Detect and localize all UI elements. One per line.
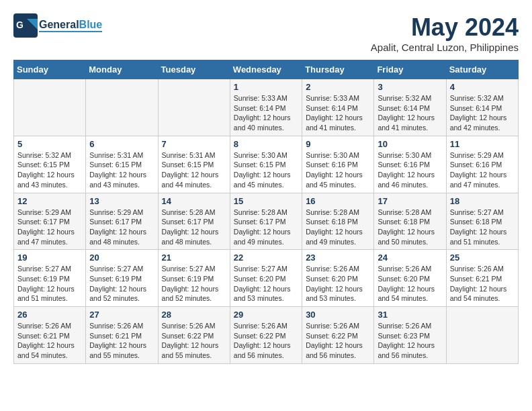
day-info: Sunrise: 5:26 AM Sunset: 6:22 PM Dayligh… bbox=[306, 321, 370, 361]
calendar-cell: 2Sunrise: 5:33 AM Sunset: 6:14 PM Daylig… bbox=[302, 79, 374, 136]
calendar-cell: 4Sunrise: 5:32 AM Sunset: 6:14 PM Daylig… bbox=[446, 79, 518, 136]
day-info: Sunrise: 5:31 AM Sunset: 6:15 PM Dayligh… bbox=[162, 150, 226, 190]
calendar-cell: 30Sunrise: 5:26 AM Sunset: 6:22 PM Dayli… bbox=[302, 307, 374, 364]
calendar-cell: 25Sunrise: 5:26 AM Sunset: 6:21 PM Dayli… bbox=[446, 250, 518, 307]
calendar-cell: 7Sunrise: 5:31 AM Sunset: 6:15 PM Daylig… bbox=[158, 136, 230, 193]
weekday-header-tuesday: Tuesday bbox=[158, 60, 230, 79]
day-number: 11 bbox=[450, 139, 515, 149]
calendar-cell: 11Sunrise: 5:29 AM Sunset: 6:16 PM Dayli… bbox=[446, 136, 518, 193]
day-number: 29 bbox=[234, 310, 298, 320]
calendar-cell: 3Sunrise: 5:32 AM Sunset: 6:14 PM Daylig… bbox=[374, 79, 446, 136]
month-title: May 2024 bbox=[371, 13, 519, 42]
calendar-cell: 15Sunrise: 5:28 AM Sunset: 6:17 PM Dayli… bbox=[230, 193, 302, 250]
calendar-cell: 31Sunrise: 5:26 AM Sunset: 6:23 PM Dayli… bbox=[374, 307, 446, 364]
day-info: Sunrise: 5:26 AM Sunset: 6:23 PM Dayligh… bbox=[378, 321, 442, 361]
weekday-header-monday: Monday bbox=[86, 60, 158, 79]
calendar-cell: 29Sunrise: 5:26 AM Sunset: 6:22 PM Dayli… bbox=[230, 307, 302, 364]
day-number: 23 bbox=[306, 253, 370, 263]
day-info: Sunrise: 5:32 AM Sunset: 6:14 PM Dayligh… bbox=[378, 93, 442, 133]
calendar-cell: 27Sunrise: 5:26 AM Sunset: 6:21 PM Dayli… bbox=[86, 307, 158, 364]
weekday-header-friday: Friday bbox=[374, 60, 446, 79]
day-number: 20 bbox=[89, 253, 154, 263]
day-number: 7 bbox=[162, 139, 226, 149]
day-number: 5 bbox=[17, 139, 82, 149]
week-row-5: 26Sunrise: 5:26 AM Sunset: 6:21 PM Dayli… bbox=[14, 307, 519, 364]
day-number: 15 bbox=[234, 196, 298, 206]
calendar-cell: 21Sunrise: 5:27 AM Sunset: 6:19 PM Dayli… bbox=[158, 250, 230, 307]
day-number: 2 bbox=[306, 82, 370, 92]
day-info: Sunrise: 5:26 AM Sunset: 6:20 PM Dayligh… bbox=[378, 264, 442, 304]
day-info: Sunrise: 5:32 AM Sunset: 6:14 PM Dayligh… bbox=[450, 93, 515, 133]
day-number: 19 bbox=[17, 253, 82, 263]
day-number: 22 bbox=[234, 253, 298, 263]
calendar-cell: 20Sunrise: 5:27 AM Sunset: 6:19 PM Dayli… bbox=[86, 250, 158, 307]
title-block: May 2024 Apalit, Central Luzon, Philippi… bbox=[371, 13, 519, 53]
day-number: 13 bbox=[89, 196, 154, 206]
day-info: Sunrise: 5:27 AM Sunset: 6:19 PM Dayligh… bbox=[17, 264, 82, 304]
calendar-cell: 16Sunrise: 5:28 AM Sunset: 6:18 PM Dayli… bbox=[302, 193, 374, 250]
weekday-header-sunday: Sunday bbox=[14, 60, 86, 79]
day-info: Sunrise: 5:29 AM Sunset: 6:17 PM Dayligh… bbox=[89, 208, 154, 247]
day-number: 27 bbox=[89, 310, 154, 320]
calendar-cell bbox=[446, 307, 518, 364]
day-info: Sunrise: 5:27 AM Sunset: 6:19 PM Dayligh… bbox=[89, 264, 154, 304]
calendar-cell: 10Sunrise: 5:30 AM Sunset: 6:16 PM Dayli… bbox=[374, 136, 446, 193]
day-number: 24 bbox=[378, 253, 442, 263]
calendar-cell: 1Sunrise: 5:33 AM Sunset: 6:14 PM Daylig… bbox=[230, 79, 302, 136]
calendar-cell: 18Sunrise: 5:27 AM Sunset: 6:18 PM Dayli… bbox=[446, 193, 518, 250]
calendar-cell bbox=[158, 79, 230, 136]
calendar-cell: 6Sunrise: 5:31 AM Sunset: 6:15 PM Daylig… bbox=[86, 136, 158, 193]
day-info: Sunrise: 5:33 AM Sunset: 6:14 PM Dayligh… bbox=[234, 93, 298, 133]
day-info: Sunrise: 5:28 AM Sunset: 6:18 PM Dayligh… bbox=[306, 208, 370, 247]
calendar-cell: 13Sunrise: 5:29 AM Sunset: 6:17 PM Dayli… bbox=[86, 193, 158, 250]
day-number: 18 bbox=[450, 196, 515, 206]
calendar-cell: 24Sunrise: 5:26 AM Sunset: 6:20 PM Dayli… bbox=[374, 250, 446, 307]
logo: G GeneralBlue bbox=[13, 13, 102, 38]
day-info: Sunrise: 5:30 AM Sunset: 6:16 PM Dayligh… bbox=[306, 150, 370, 190]
calendar-table: SundayMondayTuesdayWednesdayThursdayFrid… bbox=[13, 60, 519, 364]
day-info: Sunrise: 5:27 AM Sunset: 6:19 PM Dayligh… bbox=[162, 264, 226, 304]
location: Apalit, Central Luzon, Philippines bbox=[371, 42, 519, 53]
calendar-cell: 12Sunrise: 5:29 AM Sunset: 6:17 PM Dayli… bbox=[14, 193, 86, 250]
day-info: Sunrise: 5:27 AM Sunset: 6:20 PM Dayligh… bbox=[234, 264, 298, 304]
week-row-2: 5Sunrise: 5:32 AM Sunset: 6:15 PM Daylig… bbox=[14, 136, 519, 193]
day-info: Sunrise: 5:28 AM Sunset: 6:18 PM Dayligh… bbox=[378, 208, 442, 247]
day-number: 14 bbox=[162, 196, 226, 206]
calendar-cell: 14Sunrise: 5:28 AM Sunset: 6:17 PM Dayli… bbox=[158, 193, 230, 250]
calendar-cell: 5Sunrise: 5:32 AM Sunset: 6:15 PM Daylig… bbox=[14, 136, 86, 193]
day-number: 30 bbox=[306, 310, 370, 320]
day-info: Sunrise: 5:30 AM Sunset: 6:15 PM Dayligh… bbox=[234, 150, 298, 190]
day-info: Sunrise: 5:31 AM Sunset: 6:15 PM Dayligh… bbox=[89, 150, 154, 190]
day-number: 9 bbox=[306, 139, 370, 149]
day-number: 12 bbox=[17, 196, 82, 206]
weekday-header-thursday: Thursday bbox=[302, 60, 374, 79]
day-info: Sunrise: 5:32 AM Sunset: 6:15 PM Dayligh… bbox=[17, 150, 82, 190]
day-info: Sunrise: 5:29 AM Sunset: 6:17 PM Dayligh… bbox=[17, 208, 82, 247]
calendar-cell bbox=[86, 79, 158, 136]
weekday-header-saturday: Saturday bbox=[446, 60, 518, 79]
calendar-cell: 26Sunrise: 5:26 AM Sunset: 6:21 PM Dayli… bbox=[14, 307, 86, 364]
calendar-cell: 22Sunrise: 5:27 AM Sunset: 6:20 PM Dayli… bbox=[230, 250, 302, 307]
day-info: Sunrise: 5:29 AM Sunset: 6:16 PM Dayligh… bbox=[450, 150, 515, 190]
week-row-3: 12Sunrise: 5:29 AM Sunset: 6:17 PM Dayli… bbox=[14, 193, 519, 250]
calendar-cell: 28Sunrise: 5:26 AM Sunset: 6:22 PM Dayli… bbox=[158, 307, 230, 364]
calendar-cell: 23Sunrise: 5:26 AM Sunset: 6:20 PM Dayli… bbox=[302, 250, 374, 307]
day-number: 6 bbox=[89, 139, 154, 149]
day-number: 31 bbox=[378, 310, 442, 320]
calendar-cell: 9Sunrise: 5:30 AM Sunset: 6:16 PM Daylig… bbox=[302, 136, 374, 193]
day-number: 21 bbox=[162, 253, 226, 263]
day-number: 25 bbox=[450, 253, 515, 263]
day-info: Sunrise: 5:26 AM Sunset: 6:21 PM Dayligh… bbox=[17, 321, 82, 361]
day-number: 10 bbox=[378, 139, 442, 149]
day-number: 4 bbox=[450, 82, 515, 92]
day-number: 16 bbox=[306, 196, 370, 206]
day-info: Sunrise: 5:28 AM Sunset: 6:17 PM Dayligh… bbox=[234, 208, 298, 247]
calendar-cell: 19Sunrise: 5:27 AM Sunset: 6:19 PM Dayli… bbox=[14, 250, 86, 307]
day-info: Sunrise: 5:26 AM Sunset: 6:22 PM Dayligh… bbox=[162, 321, 226, 361]
day-number: 28 bbox=[162, 310, 226, 320]
week-row-1: 1Sunrise: 5:33 AM Sunset: 6:14 PM Daylig… bbox=[14, 79, 519, 136]
svg-text:G: G bbox=[16, 19, 24, 30]
day-info: Sunrise: 5:30 AM Sunset: 6:16 PM Dayligh… bbox=[378, 150, 442, 190]
page-header: G GeneralBlue May 2024 Apalit, Central L… bbox=[13, 13, 519, 53]
week-row-4: 19Sunrise: 5:27 AM Sunset: 6:19 PM Dayli… bbox=[14, 250, 519, 307]
